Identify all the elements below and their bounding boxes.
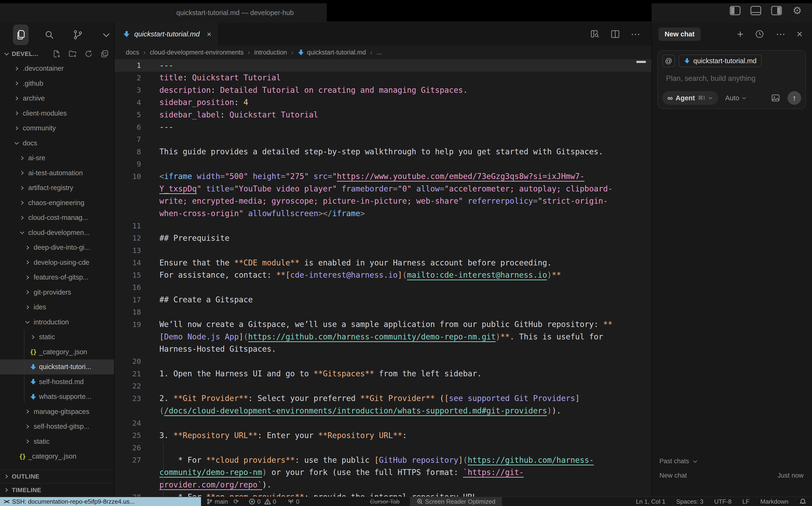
editor-line-4[interactable]: 4sidebar_position: 4	[115, 96, 651, 109]
tree-item-community[interactable]: community	[0, 121, 114, 136]
more-actions-icon[interactable]: ⋯	[631, 29, 641, 39]
settings-gear-icon[interactable]: ⚙	[792, 6, 803, 15]
model-selector[interactable]: Auto	[725, 94, 747, 102]
editor-line-28[interactable]: 28 * For **on-prem providers**: provide …	[115, 491, 651, 497]
editor-line-wrap[interactable]: when-cross-origin" allowfullscreen></ifr…	[115, 207, 651, 220]
section-timeline[interactable]: TIMELINE	[0, 483, 114, 497]
editor-line-26[interactable]: 26	[115, 442, 651, 454]
editor-line-wrap[interactable]: write; encrypted-media; gyroscope; pictu…	[115, 195, 651, 207]
editor-line-10[interactable]: 10<iframe width="500" height="275" src="…	[115, 170, 651, 183]
source-control-icon[interactable]	[70, 24, 86, 45]
editor-line-wrap[interactable]: (/docs/cloud-development-environments/in…	[115, 405, 651, 417]
tab-quickstart-tutorial[interactable]: quickstart-tutorial.md ×	[115, 22, 219, 46]
tree-item--category-json[interactable]: {}_category_.json	[0, 449, 114, 464]
tree-item-whats-supporte-[interactable]: whats-supporte...	[0, 389, 114, 404]
breadcrumb-item[interactable]: quickstart-tutorial.md	[298, 49, 366, 56]
editor-line-2[interactable]: 2title: Quickstart Tutorial	[115, 72, 651, 84]
tree-item-cloud-cost-manag-[interactable]: cloud-cost-manag...	[0, 210, 114, 225]
status-item-markdown[interactable]: Markdown	[760, 497, 789, 506]
editor-line-15[interactable]: 15For assistance, contact: **[cde-intere…	[115, 269, 651, 281]
editor-line-wrap[interactable]: provider.com/org/repo`).	[115, 479, 651, 491]
editor-line-27[interactable]: 27 * For **cloud providers**: use the pu…	[115, 454, 651, 466]
status-item-spaces-3[interactable]: Spaces: 3	[676, 497, 704, 506]
activity-more-chevron-icon[interactable]	[98, 24, 114, 45]
past-chat-item[interactable]: New chat Just now	[659, 472, 804, 479]
split-editor-icon[interactable]	[610, 29, 620, 39]
editor-line-18[interactable]: 18	[115, 306, 651, 318]
status-item-0[interactable]: 0	[249, 497, 261, 506]
editor-line-19[interactable]: 19We’ll now create a Gitspace, we’ll use…	[115, 318, 651, 331]
past-chats-header[interactable]: Past chats	[659, 457, 698, 465]
chat-close-icon[interactable]: ×	[797, 29, 803, 39]
remote-indicator[interactable]: >< SSH: documentation-repo-e5ifp9-8rzze4…	[0, 497, 201, 506]
status-item-main[interactable]: main	[206, 497, 228, 506]
refresh-icon[interactable]	[84, 49, 93, 59]
tree-item-self-hosted-gitsp-[interactable]: self-hosted-gitsp...	[0, 419, 114, 434]
tree-item-develop-using-cde[interactable]: develop-using-cde	[0, 255, 114, 270]
new-file-icon[interactable]	[52, 49, 61, 59]
explorer-icon[interactable]	[13, 24, 29, 45]
editor-line-8[interactable]: 8This guide provides a detailed step-by-…	[115, 146, 651, 158]
tree-item-client-modules[interactable]: client-modules	[0, 106, 114, 121]
new-chat-plus-icon[interactable]: +	[737, 29, 743, 39]
editor-line-13[interactable]: 13	[115, 244, 651, 257]
tree-item-git-providers[interactable]: git-providers	[0, 285, 114, 300]
explorer-header[interactable]: DEVEL...	[0, 47, 114, 61]
tab-close-icon[interactable]: ×	[207, 30, 211, 38]
editor-line-25[interactable]: 253. **Repository URL**: Enter your **Re…	[115, 429, 651, 442]
editor-line-9[interactable]: 9	[115, 158, 651, 170]
status-item-ln-1-col-1[interactable]: Ln 1, Col 1	[636, 497, 666, 506]
editor-line-23[interactable]: 232. **Git Provider**: Select your prefe…	[115, 392, 651, 405]
status-item-cursor-tab[interactable]: Cursor Tab	[370, 497, 400, 506]
editor-line-wrap[interactable]: Y_txspDq" title="YouTube video player" f…	[115, 182, 651, 195]
chat-tab-new-chat[interactable]: New chat	[659, 27, 700, 41]
breadcrumb-item[interactable]: ...	[376, 49, 382, 56]
tree-item-features-of-gitsp-[interactable]: features-of-gitsp...	[0, 270, 114, 285]
open-preview-icon[interactable]	[589, 29, 600, 39]
chat-history-icon[interactable]	[755, 29, 764, 39]
toggle-bottom-panel-icon[interactable]	[750, 6, 761, 15]
tree-item-cloud-developmen-[interactable]: cloud-developmen...	[0, 225, 114, 240]
tree-item-chaos-engineering[interactable]: chaos-engineering	[0, 195, 114, 210]
status-item-lf[interactable]: LF	[742, 497, 749, 506]
toggle-right-sidebar-icon[interactable]	[771, 6, 782, 15]
status-item-0[interactable]: 0	[288, 497, 299, 506]
tree-item-docs[interactable]: docs	[0, 136, 114, 151]
editor-line-wrap[interactable]: Harness-Hosted Gitspaces.	[115, 343, 651, 355]
chat-more-icon[interactable]: ⋯	[776, 29, 785, 39]
editor-line-6[interactable]: 6---	[115, 121, 651, 134]
tree-item-manage-gitspaces[interactable]: manage-gitspaces	[0, 404, 114, 419]
tree-item-static[interactable]: static	[0, 434, 114, 449]
section-outline[interactable]: OUTLINE	[0, 469, 114, 483]
editor-line-12[interactable]: 12## Prerequisite	[115, 232, 651, 244]
editor-line-24[interactable]: 24	[115, 417, 651, 429]
editor-line-1[interactable]: 1---	[115, 59, 651, 72]
status-item-screen-reader-optimized[interactable]: Screen Reader Optimized	[410, 497, 502, 506]
editor-line-7[interactable]: 7	[115, 133, 651, 146]
tree-item-ides[interactable]: ides	[0, 300, 114, 315]
tree-item-self-hosted-md[interactable]: self-hosted.md	[0, 374, 114, 390]
tree-item-archive[interactable]: archive	[0, 91, 114, 106]
status-item-bell[interactable]	[799, 497, 806, 506]
editor-line-11[interactable]: 11	[115, 220, 651, 232]
editor-line-3[interactable]: 3description: Detailed Tutorial on creat…	[115, 84, 651, 96]
status-item-0[interactable]: 0	[264, 497, 276, 506]
tree-item-deep-dive-into-gi-[interactable]: deep-dive-into-gi...	[0, 240, 114, 255]
editor-line-wrap[interactable]: [Demo Node.js App](https://github.com/ha…	[115, 331, 651, 343]
tree-item-quickstart-tutori-[interactable]: quickstart-tutori...	[0, 359, 114, 374]
send-button[interactable]: ↑	[788, 91, 801, 105]
editor-line-14[interactable]: 14Ensure that the **CDE module** is enab…	[115, 257, 651, 269]
chat-input-box[interactable]: @ quickstart-tutorial.md Plan, search, b…	[658, 50, 806, 109]
editor-line-21[interactable]: 211. Open the Harness UI and go to **Git…	[115, 368, 651, 380]
toggle-left-sidebar-icon[interactable]	[730, 6, 741, 15]
tree-item-introduction[interactable]: introduction	[0, 315, 114, 330]
tree-item-static[interactable]: static	[0, 330, 114, 345]
tree-item-artifact-registry[interactable]: artifact-registry	[0, 180, 114, 195]
tree-item--category-json[interactable]: {}_category_.json	[0, 345, 114, 360]
editor-line-20[interactable]: 20	[115, 355, 651, 368]
editor-line-5[interactable]: 5sidebar_label: Quickstart Tutorial	[115, 108, 651, 121]
status-item-sync[interactable]: ⟳	[233, 497, 239, 506]
attach-image-icon[interactable]	[770, 93, 781, 103]
tree-item--github[interactable]: .github	[0, 76, 114, 91]
mode-selector[interactable]: ∞ Agent ⌘I	[662, 91, 718, 105]
